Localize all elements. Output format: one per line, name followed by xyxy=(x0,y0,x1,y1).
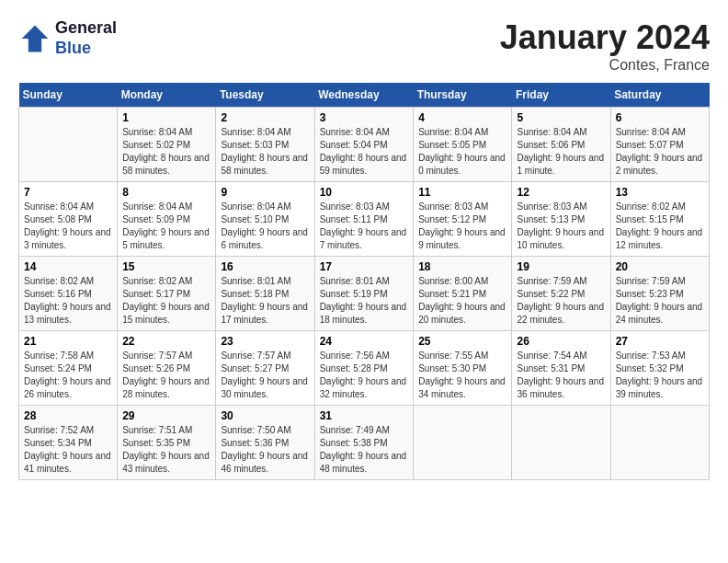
week-row-2: 7Sunrise: 8:04 AMSunset: 5:08 PMDaylight… xyxy=(19,182,710,257)
title-block: January 2024 Contes, France xyxy=(500,18,710,74)
day-info: Sunrise: 7:55 AMSunset: 5:30 PMDaylight:… xyxy=(418,350,506,401)
calendar-table: SundayMondayTuesdayWednesdayThursdayFrid… xyxy=(18,83,710,480)
calendar-cell: 15Sunrise: 8:02 AMSunset: 5:17 PMDayligh… xyxy=(118,257,216,331)
calendar-cell: 6Sunrise: 8:04 AMSunset: 5:07 PMDaylight… xyxy=(610,108,709,182)
day-info: Sunrise: 7:56 AMSunset: 5:28 PMDaylight:… xyxy=(320,350,409,401)
calendar-cell: 7Sunrise: 8:04 AMSunset: 5:08 PMDaylight… xyxy=(19,182,118,257)
day-info: Sunrise: 7:57 AMSunset: 5:27 PMDaylight:… xyxy=(221,350,309,401)
calendar-cell: 17Sunrise: 8:01 AMSunset: 5:19 PMDayligh… xyxy=(314,257,414,331)
day-info: Sunrise: 8:01 AMSunset: 5:19 PMDaylight:… xyxy=(320,275,409,327)
day-info: Sunrise: 8:02 AMSunset: 5:16 PMDaylight:… xyxy=(24,275,112,327)
day-header-wednesday: Wednesday xyxy=(314,83,414,108)
calendar-cell: 3Sunrise: 8:04 AMSunset: 5:04 PMDaylight… xyxy=(314,108,414,182)
day-number: 13 xyxy=(616,186,704,199)
day-info: Sunrise: 8:03 AMSunset: 5:13 PMDaylight:… xyxy=(517,201,605,252)
day-info: Sunrise: 8:01 AMSunset: 5:18 PMDaylight:… xyxy=(221,275,309,327)
day-info: Sunrise: 7:53 AMSunset: 5:32 PMDaylight:… xyxy=(616,350,704,401)
day-number: 6 xyxy=(616,111,704,124)
calendar-cell: 28Sunrise: 7:52 AMSunset: 5:34 PMDayligh… xyxy=(19,406,118,480)
day-number: 12 xyxy=(517,186,605,199)
calendar-cell: 12Sunrise: 8:03 AMSunset: 5:13 PMDayligh… xyxy=(512,182,610,257)
calendar-cell: 25Sunrise: 7:55 AMSunset: 5:30 PMDayligh… xyxy=(414,331,512,406)
day-number: 9 xyxy=(221,186,309,199)
day-header-thursday: Thursday xyxy=(414,83,512,108)
calendar-cell: 4Sunrise: 8:04 AMSunset: 5:05 PMDaylight… xyxy=(414,108,512,182)
day-number: 15 xyxy=(122,260,210,273)
logo: General Blue xyxy=(18,18,117,58)
day-info: Sunrise: 7:57 AMSunset: 5:26 PMDaylight:… xyxy=(122,350,210,401)
week-row-3: 14Sunrise: 8:02 AMSunset: 5:16 PMDayligh… xyxy=(19,257,710,331)
day-number: 5 xyxy=(517,111,605,124)
week-row-4: 21Sunrise: 7:58 AMSunset: 5:24 PMDayligh… xyxy=(19,331,710,406)
calendar-cell: 1Sunrise: 8:04 AMSunset: 5:02 PMDaylight… xyxy=(118,108,216,182)
calendar-cell: 18Sunrise: 8:00 AMSunset: 5:21 PMDayligh… xyxy=(414,257,512,331)
day-number: 24 xyxy=(320,335,409,348)
day-number: 4 xyxy=(418,111,506,124)
calendar-cell: 9Sunrise: 8:04 AMSunset: 5:10 PMDaylight… xyxy=(216,182,314,257)
day-header-saturday: Saturday xyxy=(610,83,709,108)
day-number: 30 xyxy=(221,409,309,422)
day-number: 31 xyxy=(320,409,409,422)
day-info: Sunrise: 7:51 AMSunset: 5:35 PMDaylight:… xyxy=(122,424,210,476)
logo-text: General Blue xyxy=(55,18,117,58)
calendar-cell: 8Sunrise: 8:04 AMSunset: 5:09 PMDaylight… xyxy=(118,182,216,257)
day-info: Sunrise: 8:04 AMSunset: 5:03 PMDaylight:… xyxy=(221,126,309,178)
calendar-cell xyxy=(19,108,118,182)
day-info: Sunrise: 8:04 AMSunset: 5:07 PMDaylight:… xyxy=(616,126,704,178)
svg-marker-0 xyxy=(22,25,49,52)
day-info: Sunrise: 7:59 AMSunset: 5:22 PMDaylight:… xyxy=(517,275,605,327)
day-info: Sunrise: 8:03 AMSunset: 5:11 PMDaylight:… xyxy=(320,201,409,252)
day-info: Sunrise: 7:50 AMSunset: 5:36 PMDaylight:… xyxy=(221,424,309,476)
day-number: 20 xyxy=(616,260,704,273)
day-info: Sunrise: 7:49 AMSunset: 5:38 PMDaylight:… xyxy=(320,424,409,476)
day-number: 1 xyxy=(122,111,210,124)
calendar-cell: 30Sunrise: 7:50 AMSunset: 5:36 PMDayligh… xyxy=(216,406,314,480)
calendar-cell: 31Sunrise: 7:49 AMSunset: 5:38 PMDayligh… xyxy=(314,406,414,480)
day-info: Sunrise: 8:04 AMSunset: 5:09 PMDaylight:… xyxy=(122,201,210,252)
day-info: Sunrise: 8:03 AMSunset: 5:12 PMDaylight:… xyxy=(418,201,506,252)
calendar-cell: 16Sunrise: 8:01 AMSunset: 5:18 PMDayligh… xyxy=(216,257,314,331)
day-number: 23 xyxy=(221,335,309,348)
calendar-cell xyxy=(414,406,512,480)
day-number: 14 xyxy=(24,260,112,273)
page-header: General Blue January 2024 Contes, France xyxy=(18,18,710,74)
calendar-cell xyxy=(610,406,709,480)
header-row: SundayMondayTuesdayWednesdayThursdayFrid… xyxy=(19,83,710,108)
day-number: 29 xyxy=(122,409,210,422)
calendar-cell: 26Sunrise: 7:54 AMSunset: 5:31 PMDayligh… xyxy=(512,331,610,406)
day-info: Sunrise: 8:04 AMSunset: 5:02 PMDaylight:… xyxy=(122,126,210,178)
calendar-cell: 2Sunrise: 8:04 AMSunset: 5:03 PMDaylight… xyxy=(216,108,314,182)
calendar-cell: 5Sunrise: 8:04 AMSunset: 5:06 PMDaylight… xyxy=(512,108,610,182)
calendar-cell: 22Sunrise: 7:57 AMSunset: 5:26 PMDayligh… xyxy=(118,331,216,406)
day-number: 7 xyxy=(24,186,112,199)
day-number: 8 xyxy=(122,186,210,199)
day-info: Sunrise: 7:54 AMSunset: 5:31 PMDaylight:… xyxy=(517,350,605,401)
day-number: 17 xyxy=(320,260,409,273)
calendar-cell xyxy=(512,406,610,480)
day-number: 19 xyxy=(517,260,605,273)
calendar-cell: 10Sunrise: 8:03 AMSunset: 5:11 PMDayligh… xyxy=(314,182,414,257)
month-title: January 2024 xyxy=(500,18,710,57)
day-info: Sunrise: 8:00 AMSunset: 5:21 PMDaylight:… xyxy=(418,275,506,327)
day-number: 27 xyxy=(616,335,704,348)
day-info: Sunrise: 8:04 AMSunset: 5:06 PMDaylight:… xyxy=(517,126,605,178)
day-number: 10 xyxy=(320,186,409,199)
day-info: Sunrise: 7:52 AMSunset: 5:34 PMDaylight:… xyxy=(24,424,112,476)
calendar-cell: 20Sunrise: 7:59 AMSunset: 5:23 PMDayligh… xyxy=(610,257,709,331)
calendar-cell: 27Sunrise: 7:53 AMSunset: 5:32 PMDayligh… xyxy=(610,331,709,406)
day-number: 2 xyxy=(221,111,309,124)
calendar-cell: 21Sunrise: 7:58 AMSunset: 5:24 PMDayligh… xyxy=(19,331,118,406)
calendar-cell: 24Sunrise: 7:56 AMSunset: 5:28 PMDayligh… xyxy=(314,331,414,406)
calendar-cell: 13Sunrise: 8:02 AMSunset: 5:15 PMDayligh… xyxy=(610,182,709,257)
day-header-tuesday: Tuesday xyxy=(216,83,314,108)
calendar-cell: 19Sunrise: 7:59 AMSunset: 5:22 PMDayligh… xyxy=(512,257,610,331)
day-number: 3 xyxy=(320,111,409,124)
day-number: 18 xyxy=(418,260,506,273)
week-row-1: 1Sunrise: 8:04 AMSunset: 5:02 PMDaylight… xyxy=(19,108,710,182)
day-number: 26 xyxy=(517,335,605,348)
day-info: Sunrise: 8:04 AMSunset: 5:08 PMDaylight:… xyxy=(24,201,112,252)
day-info: Sunrise: 8:04 AMSunset: 5:10 PMDaylight:… xyxy=(221,201,309,252)
week-row-5: 28Sunrise: 7:52 AMSunset: 5:34 PMDayligh… xyxy=(19,406,710,480)
day-info: Sunrise: 7:58 AMSunset: 5:24 PMDaylight:… xyxy=(24,350,112,401)
day-number: 25 xyxy=(418,335,506,348)
